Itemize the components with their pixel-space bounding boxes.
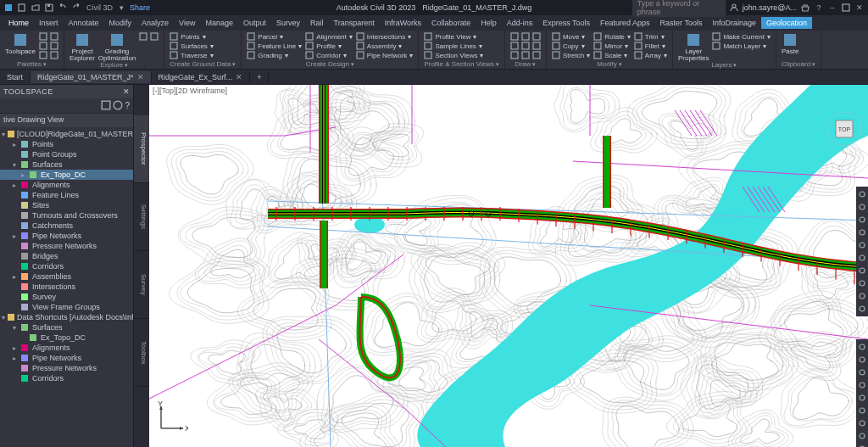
help-icon[interactable]: ?	[814, 3, 824, 13]
tree-expander-icon[interactable]: ▸	[10, 182, 19, 189]
tree-node[interactable]: ▸Points	[0, 139, 133, 149]
tree-node[interactable]: Bridges	[0, 251, 133, 261]
minimize-icon[interactable]: –	[827, 3, 837, 13]
ribbon-panel-label[interactable]: Profile & Section Views	[424, 60, 499, 69]
tree-node[interactable]: Survey	[0, 292, 133, 302]
ribbon-cmd-pipe-network[interactable]: Pipe Network ▾	[356, 51, 414, 59]
ribbon-cmd-grading-optimization[interactable]: GradingOptimization	[98, 32, 136, 63]
nav-tool-icon[interactable]	[857, 252, 867, 264]
ribbon-tab-survey[interactable]: Survey	[271, 17, 305, 29]
tree-node[interactable]: Sites	[0, 200, 133, 210]
ribbon-tab-express-tools[interactable]: Express Tools	[537, 17, 595, 29]
tree-node[interactable]: Pressure Networks	[0, 241, 133, 251]
ribbon-cmd-move[interactable]: Move ▾	[552, 32, 590, 41]
tree-node[interactable]: View Frame Groups	[0, 302, 133, 312]
ribbon-panel-label[interactable]: Palettes	[5, 60, 58, 69]
nav-tool-icon[interactable]	[857, 417, 867, 429]
tree-node[interactable]: ▸Ex_Topo_DC	[0, 170, 133, 180]
nav-tool-icon[interactable]	[857, 366, 867, 378]
doc-tab[interactable]: RidgeGate_01_MASTER_J*✕	[31, 71, 152, 83]
ribbon-panel-label[interactable]: Draw	[510, 60, 541, 69]
ts-help-icon[interactable]: ?	[125, 101, 130, 110]
tree-node[interactable]: Corridors	[0, 373, 133, 383]
qat-open-icon[interactable]	[31, 3, 41, 13]
tree-node[interactable]: Point Groups	[0, 149, 133, 159]
ribbon-cmd-scale[interactable]: Scale ▾	[593, 51, 631, 59]
ribbon-tab-manage[interactable]: Manage	[200, 17, 238, 29]
nav-tool-icon[interactable]	[857, 201, 867, 213]
ribbon-cmd-toolspace[interactable]: Toolspace	[5, 32, 36, 55]
tree-node[interactable]: Catchments	[0, 221, 133, 231]
tree-node[interactable]: ▸Pipe Networks	[0, 353, 133, 363]
toolspace-tab-toolbox[interactable]: Toolbox	[134, 319, 149, 387]
nav-tool-icon[interactable]	[857, 265, 867, 277]
close-tab-icon[interactable]: ✕	[236, 73, 242, 81]
tree-node[interactable]: ▸Pipe Networks	[0, 231, 133, 241]
nav-tool-icon[interactable]	[857, 303, 867, 315]
ribbon-cmd-copy[interactable]: Copy ▾	[552, 42, 590, 50]
ribbon-tab-modify[interactable]: Modify	[104, 17, 137, 29]
ribbon-panel-label[interactable]: Create Design	[247, 60, 413, 69]
ribbon-cmd-stretch[interactable]: Stretch ▾	[552, 51, 590, 59]
tree-expander-icon[interactable]: ▸	[10, 355, 19, 362]
toolspace-close-icon[interactable]: ✕	[123, 87, 131, 96]
ribbon-panel-label[interactable]: Explore	[70, 61, 159, 70]
nav-tool-icon[interactable]	[857, 430, 867, 442]
ribbon-cmd-sample-lines[interactable]: Sample Lines ▾	[424, 42, 483, 50]
tree-node[interactable]: ▸Assemblies	[0, 271, 133, 282]
ribbon-tab-home[interactable]: Home	[3, 17, 34, 29]
close-tab-icon[interactable]: ✕	[137, 73, 144, 81]
tree-expander-icon[interactable]: ▸	[10, 141, 19, 148]
ribbon-tab-insert[interactable]: Insert	[34, 17, 64, 29]
tree-node[interactable]: ▾Surfaces	[0, 159, 133, 170]
tree-expander-icon[interactable]: ▸	[10, 344, 19, 352]
basket-icon[interactable]	[800, 3, 810, 13]
ribbon-tab-infodrainage[interactable]: InfoDrainage	[707, 17, 761, 29]
tree-expander-icon[interactable]: ▸	[10, 273, 19, 281]
qat-save-icon[interactable]	[44, 3, 54, 13]
ribbon-tab-featured-apps[interactable]: Featured Apps	[595, 17, 655, 29]
ribbon-cmd-parcel[interactable]: Parcel ▾	[247, 32, 302, 41]
ribbon-tab-rail[interactable]: Rail	[305, 17, 329, 29]
tree-node[interactable]: Feature Lines	[0, 190, 133, 200]
ribbon-cmd-alignment[interactable]: Alignment ▾	[305, 32, 353, 41]
view-cube[interactable]: TOP	[826, 110, 863, 148]
qat-new-icon[interactable]	[17, 3, 27, 13]
nav-tool-icon[interactable]	[857, 214, 867, 226]
qat-redo-icon[interactable]	[71, 3, 81, 13]
signin-icon[interactable]	[729, 3, 739, 13]
ribbon-cmd-profile[interactable]: Profile ▾	[305, 42, 353, 50]
nav-tool-icon[interactable]	[857, 354, 867, 366]
nav-tool-icon[interactable]	[857, 341, 867, 353]
tree-node[interactable]: ▸Alignments	[0, 343, 133, 353]
ribbon-tab-output[interactable]: Output	[238, 17, 271, 29]
ribbon-cmd-assembly[interactable]: Assembly ▾	[356, 42, 414, 50]
ribbon-cmd-match-layer[interactable]: Match Layer ▾	[712, 42, 770, 50]
new-tab-button[interactable]: +	[250, 71, 269, 83]
nav-tool-icon[interactable]	[857, 392, 867, 404]
nav-tool-icon[interactable]	[857, 443, 867, 447]
ribbon-tab-annotate[interactable]: Annotate	[64, 17, 104, 29]
tree-node[interactable]: Corridors	[0, 261, 133, 271]
ribbon-cmd-rotate[interactable]: Rotate ▾	[593, 32, 631, 41]
ribbon-cmd-traverse[interactable]: Traverse ▾	[170, 51, 214, 59]
ribbon-tab-view[interactable]: View	[174, 17, 200, 29]
ribbon-cmd-points[interactable]: Points ▾	[170, 32, 214, 41]
user-name[interactable]: john.sayre@A...	[743, 3, 797, 12]
nav-tool-icon[interactable]	[857, 290, 867, 302]
ribbon-cmd-feature-line[interactable]: Feature Line ▾	[247, 42, 302, 50]
ribbon-cmd-fillet[interactable]: Fillet ▾	[634, 42, 667, 50]
tree-expander-icon[interactable]: ▾	[2, 314, 5, 321]
qat-dropdown-icon[interactable]: ▾	[116, 3, 126, 13]
toolspace-view-header[interactable]: tive Drawing View	[0, 114, 133, 127]
ribbon-tab-collaborate[interactable]: Collaborate	[426, 17, 476, 29]
maximize-icon[interactable]	[841, 3, 851, 13]
ribbon-tab-help[interactable]: Help	[476, 17, 502, 29]
ribbon-cmd-layer-properties[interactable]: LayerProperties	[678, 32, 709, 63]
ribbon-cmd-corridor[interactable]: Corridor ▾	[305, 51, 353, 59]
toolspace-tab-prospector[interactable]: Prospector	[134, 115, 149, 183]
ribbon-panel-label[interactable]: Layers	[678, 61, 771, 70]
qat-undo-icon[interactable]	[58, 3, 68, 13]
tree-node[interactable]: ▾Data Shortcuts [Autodesk Docs\Infrastr.…	[0, 312, 133, 322]
nav-tool-icon[interactable]	[857, 239, 867, 251]
